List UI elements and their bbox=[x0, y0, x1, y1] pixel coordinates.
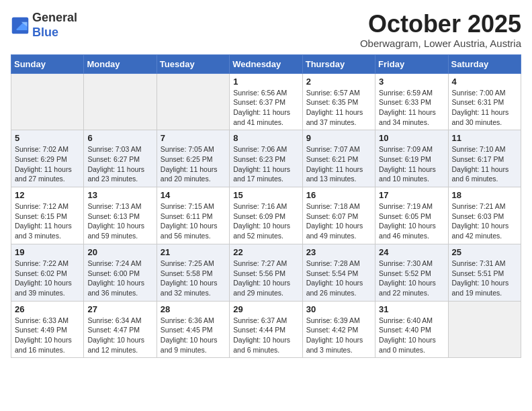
day-number: 14 bbox=[161, 190, 226, 200]
calendar-cell: 4Sunrise: 7:00 AM Sunset: 6:31 PM Daylig… bbox=[448, 73, 521, 130]
day-info: Sunrise: 7:30 AM Sunset: 5:52 PM Dayligh… bbox=[379, 259, 444, 298]
day-number: 21 bbox=[161, 247, 226, 257]
day-info: Sunrise: 7:03 AM Sunset: 6:27 PM Dayligh… bbox=[87, 144, 152, 184]
calendar-cell: 14Sunrise: 7:15 AM Sunset: 6:11 PM Dayli… bbox=[157, 187, 229, 244]
day-info: Sunrise: 7:18 AM Sunset: 6:07 PM Dayligh… bbox=[306, 201, 371, 241]
day-info: Sunrise: 7:27 AM Sunset: 5:56 PM Dayligh… bbox=[233, 259, 298, 298]
weekday-header: Friday bbox=[375, 54, 448, 73]
day-info: Sunrise: 6:40 AM Sunset: 4:40 PM Dayligh… bbox=[379, 316, 444, 355]
day-number: 2 bbox=[306, 77, 371, 87]
day-number: 18 bbox=[452, 190, 517, 200]
day-number: 27 bbox=[87, 304, 152, 314]
day-info: Sunrise: 7:02 AM Sunset: 6:29 PM Dayligh… bbox=[15, 144, 80, 184]
day-number: 6 bbox=[87, 133, 152, 143]
calendar-cell: 21Sunrise: 7:25 AM Sunset: 5:58 PM Dayli… bbox=[157, 244, 229, 301]
calendar-cell: 26Sunrise: 6:33 AM Sunset: 4:49 PM Dayli… bbox=[11, 301, 84, 358]
location: Oberwagram, Lower Austria, Austria bbox=[360, 38, 521, 49]
calendar-cell: 13Sunrise: 7:13 AM Sunset: 6:13 PM Dayli… bbox=[84, 187, 157, 244]
weekday-header-row: SundayMondayTuesdayWednesdayThursdayFrid… bbox=[11, 54, 521, 73]
calendar-week-row: 5Sunrise: 7:02 AM Sunset: 6:29 PM Daylig… bbox=[11, 130, 521, 187]
day-number: 22 bbox=[233, 247, 298, 257]
calendar-cell: 15Sunrise: 7:16 AM Sunset: 6:09 PM Dayli… bbox=[230, 187, 302, 244]
calendar-week-row: 1Sunrise: 6:56 AM Sunset: 6:37 PM Daylig… bbox=[11, 73, 521, 130]
weekday-header: Wednesday bbox=[230, 54, 302, 73]
calendar-cell: 16Sunrise: 7:18 AM Sunset: 6:07 PM Dayli… bbox=[302, 187, 375, 244]
day-info: Sunrise: 6:39 AM Sunset: 4:42 PM Dayligh… bbox=[306, 316, 371, 355]
calendar-cell bbox=[11, 73, 84, 130]
day-info: Sunrise: 7:31 AM Sunset: 5:51 PM Dayligh… bbox=[452, 259, 517, 298]
calendar-cell: 29Sunrise: 6:37 AM Sunset: 4:44 PM Dayli… bbox=[230, 301, 302, 358]
calendar-table: SundayMondayTuesdayWednesdayThursdayFrid… bbox=[11, 54, 521, 359]
weekday-header: Thursday bbox=[302, 54, 375, 73]
day-number: 25 bbox=[452, 247, 517, 257]
logo-icon bbox=[11, 16, 30, 35]
calendar-cell: 18Sunrise: 7:21 AM Sunset: 6:03 PM Dayli… bbox=[448, 187, 521, 244]
calendar-cell: 3Sunrise: 6:59 AM Sunset: 6:33 PM Daylig… bbox=[375, 73, 448, 130]
day-number: 23 bbox=[306, 247, 371, 257]
day-info: Sunrise: 7:00 AM Sunset: 6:31 PM Dayligh… bbox=[452, 88, 517, 128]
day-info: Sunrise: 7:05 AM Sunset: 6:25 PM Dayligh… bbox=[161, 144, 226, 184]
day-number: 29 bbox=[233, 304, 298, 314]
day-info: Sunrise: 7:10 AM Sunset: 6:17 PM Dayligh… bbox=[452, 144, 517, 184]
day-info: Sunrise: 7:19 AM Sunset: 6:05 PM Dayligh… bbox=[379, 201, 444, 241]
day-number: 11 bbox=[452, 133, 517, 143]
calendar-cell bbox=[84, 73, 157, 130]
day-info: Sunrise: 6:33 AM Sunset: 4:49 PM Dayligh… bbox=[15, 316, 80, 355]
page-header: General Blue October 2025 Oberwagram, Lo… bbox=[11, 11, 521, 49]
day-number: 5 bbox=[15, 133, 80, 143]
day-info: Sunrise: 7:25 AM Sunset: 5:58 PM Dayligh… bbox=[161, 259, 226, 298]
day-number: 7 bbox=[161, 133, 226, 143]
day-number: 8 bbox=[233, 133, 298, 143]
day-info: Sunrise: 7:15 AM Sunset: 6:11 PM Dayligh… bbox=[161, 201, 226, 241]
calendar-cell: 11Sunrise: 7:10 AM Sunset: 6:17 PM Dayli… bbox=[448, 130, 521, 187]
calendar-week-row: 19Sunrise: 7:22 AM Sunset: 6:02 PM Dayli… bbox=[11, 244, 521, 301]
day-number: 4 bbox=[452, 77, 517, 87]
day-info: Sunrise: 7:16 AM Sunset: 6:09 PM Dayligh… bbox=[233, 201, 298, 241]
day-info: Sunrise: 6:56 AM Sunset: 6:37 PM Dayligh… bbox=[233, 88, 298, 128]
day-number: 17 bbox=[379, 190, 444, 200]
calendar-cell: 7Sunrise: 7:05 AM Sunset: 6:25 PM Daylig… bbox=[157, 130, 229, 187]
day-number: 20 bbox=[87, 247, 152, 257]
month-title: October 2025 bbox=[360, 11, 521, 38]
day-number: 13 bbox=[87, 190, 152, 200]
day-number: 26 bbox=[15, 304, 80, 314]
day-number: 1 bbox=[233, 77, 298, 87]
day-info: Sunrise: 6:59 AM Sunset: 6:33 PM Dayligh… bbox=[379, 88, 444, 128]
weekday-header: Sunday bbox=[11, 54, 84, 73]
calendar-cell: 22Sunrise: 7:27 AM Sunset: 5:56 PM Dayli… bbox=[230, 244, 302, 301]
day-number: 16 bbox=[306, 190, 371, 200]
day-number: 3 bbox=[379, 77, 444, 87]
weekday-header: Tuesday bbox=[157, 54, 229, 73]
calendar-cell: 9Sunrise: 7:07 AM Sunset: 6:21 PM Daylig… bbox=[302, 130, 375, 187]
calendar-cell: 20Sunrise: 7:24 AM Sunset: 6:00 PM Dayli… bbox=[84, 244, 157, 301]
calendar-cell: 28Sunrise: 6:36 AM Sunset: 4:45 PM Dayli… bbox=[157, 301, 229, 358]
calendar-cell: 8Sunrise: 7:06 AM Sunset: 6:23 PM Daylig… bbox=[230, 130, 302, 187]
day-number: 10 bbox=[379, 133, 444, 143]
day-info: Sunrise: 7:21 AM Sunset: 6:03 PM Dayligh… bbox=[452, 201, 517, 241]
day-info: Sunrise: 6:37 AM Sunset: 4:44 PM Dayligh… bbox=[233, 316, 298, 355]
day-info: Sunrise: 6:36 AM Sunset: 4:45 PM Dayligh… bbox=[161, 316, 226, 355]
day-info: Sunrise: 7:28 AM Sunset: 5:54 PM Dayligh… bbox=[306, 259, 371, 298]
day-number: 9 bbox=[306, 133, 371, 143]
calendar-cell: 10Sunrise: 7:09 AM Sunset: 6:19 PM Dayli… bbox=[375, 130, 448, 187]
calendar-cell: 6Sunrise: 7:03 AM Sunset: 6:27 PM Daylig… bbox=[84, 130, 157, 187]
calendar-week-row: 26Sunrise: 6:33 AM Sunset: 4:49 PM Dayli… bbox=[11, 301, 521, 358]
calendar-cell: 19Sunrise: 7:22 AM Sunset: 6:02 PM Dayli… bbox=[11, 244, 84, 301]
calendar-cell: 25Sunrise: 7:31 AM Sunset: 5:51 PM Dayli… bbox=[448, 244, 521, 301]
day-info: Sunrise: 7:12 AM Sunset: 6:15 PM Dayligh… bbox=[15, 201, 80, 241]
calendar-cell: 2Sunrise: 6:57 AM Sunset: 6:35 PM Daylig… bbox=[302, 73, 375, 130]
day-info: Sunrise: 7:13 AM Sunset: 6:13 PM Dayligh… bbox=[87, 201, 152, 241]
day-number: 28 bbox=[161, 304, 226, 314]
day-number: 24 bbox=[379, 247, 444, 257]
day-number: 31 bbox=[379, 304, 444, 314]
day-number: 30 bbox=[306, 304, 371, 314]
calendar-cell: 1Sunrise: 6:56 AM Sunset: 6:37 PM Daylig… bbox=[230, 73, 302, 130]
calendar-cell: 30Sunrise: 6:39 AM Sunset: 4:42 PM Dayli… bbox=[302, 301, 375, 358]
day-number: 12 bbox=[15, 190, 80, 200]
calendar-cell: 5Sunrise: 7:02 AM Sunset: 6:29 PM Daylig… bbox=[11, 130, 84, 187]
logo-text: General Blue bbox=[32, 11, 77, 40]
day-info: Sunrise: 7:06 AM Sunset: 6:23 PM Dayligh… bbox=[233, 144, 298, 184]
calendar-cell bbox=[448, 301, 521, 358]
day-info: Sunrise: 6:57 AM Sunset: 6:35 PM Dayligh… bbox=[306, 88, 371, 128]
title-block: October 2025 Oberwagram, Lower Austria, … bbox=[360, 11, 521, 49]
